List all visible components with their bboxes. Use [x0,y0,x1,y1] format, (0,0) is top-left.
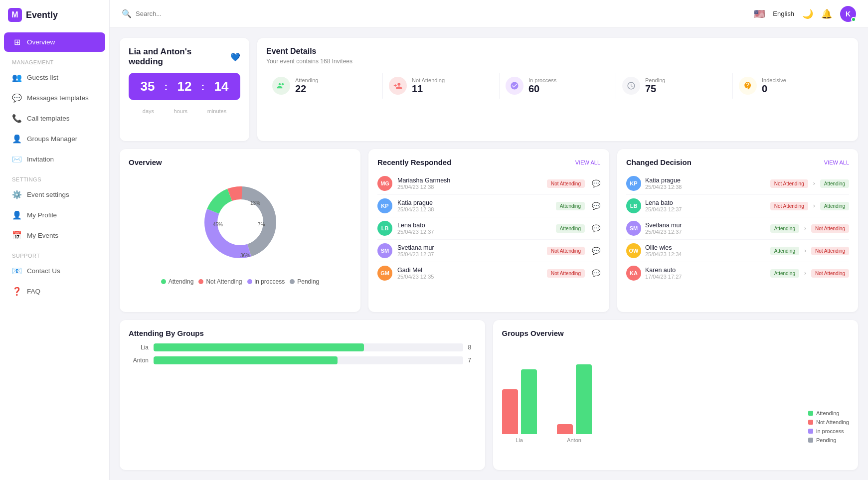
logo-icon: M [8,8,22,22]
countdown-timer: 35 : 12 : 14 [129,73,240,100]
changed-decision-title: Changed Decision [626,158,692,166]
messages-icon: 💬 [12,93,22,103]
logo-area: M Evently [0,8,109,32]
from-badge: Attending [770,224,799,233]
legend-item: Not Attending [808,419,849,425]
from-badge: Not Attending [770,179,808,188]
list-item: LB Lena bato 25/04/23 12:37 Not Attendin… [626,195,849,217]
message-icon[interactable]: 💬 [592,247,600,255]
bell-icon[interactable]: 🔔 [821,8,832,19]
sidebar-item-call-templates[interactable]: 📞 Call templates [4,109,105,128]
sidebar-item-label: Call templates [27,115,70,122]
group-label: Anton [567,437,581,443]
message-icon[interactable]: 💬 [592,269,600,277]
resp-info: Mariasha Garmesh 25/04/23 12:38 [397,177,542,190]
list-item: MG Mariasha Garmesh 25/04/23 12:38 Not A… [377,172,600,195]
changed-decision-card: Changed Decision VIEW ALL KP Katia pragu… [617,149,858,312]
change-name: Katia prague [645,177,766,184]
status-badge: Attending [556,224,585,233]
change-name: Svetlana mur [645,222,766,229]
from-badge: Attending [770,269,799,278]
recently-responded-view-all[interactable]: VIEW ALL [575,160,600,165]
legend-item: in proccess [808,428,849,434]
countdown-hours: 12 [177,79,192,94]
moon-icon[interactable]: 🌙 [802,8,813,19]
heart-icon: 💙 [230,52,240,62]
sidebar-item-label: Contact Us [27,267,60,275]
group-bar [521,369,537,434]
event-details-title: Event Details [266,47,849,56]
recently-responded-title: Recently Responded [377,158,451,166]
avatar[interactable]: K [840,6,856,22]
not-attending-label: Not Attending [412,77,445,83]
sidebar-item-label: FAQ [27,288,40,295]
sidebar-item-overview[interactable]: ⊞ Overview [4,32,105,52]
legend-attending: Attending [161,278,194,285]
attending-by-groups-card: Attending By Groups Lia 8 Anton 7 [120,320,485,470]
message-icon[interactable]: 💬 [592,179,600,187]
sidebar-item-event-settings[interactable]: ⚙️ Event settings [4,185,105,204]
attending-value: 22 [295,83,318,95]
profile-icon: 👤 [12,210,22,220]
app-name: Evently [26,10,58,20]
message-icon[interactable]: 💬 [592,224,600,232]
sidebar-item-faq[interactable]: ❓ FAQ [4,282,105,301]
legend-item: Pending [808,437,849,443]
status-badge: Not Attending [547,269,585,278]
group-bars: Lia [502,369,537,443]
bar-count: 8 [468,344,476,351]
resp-avatar: SM [377,243,392,258]
changed-decision-view-all[interactable]: VIEW ALL [824,160,849,165]
event-details-subtitle: Your event contains 168 Invitees [266,58,849,65]
from-badge: Not Attending [770,202,808,210]
legend-label: in proccess [816,428,844,434]
change-date: 25/04/23 12:38 [645,184,766,190]
change-name: Lena bato [645,199,766,206]
countdown-labels: days hours minutes [129,108,240,114]
group-bar [557,424,573,434]
change-avatar: KP [626,176,641,191]
change-info: Karen auto 17/04/23 17:27 [645,267,766,280]
groups-overview-legend: AttendingNot Attendingin proccessPending [800,410,849,443]
sidebar-item-label: Messages templates [27,94,89,102]
call-icon: 📞 [12,114,22,123]
overview-icon: ⊞ [12,37,22,47]
legend-not-attending: Not Attending [198,278,242,285]
list-item: LB Lena bato 25/04/23 12:37 Attending 💬 [377,217,600,240]
sidebar-item-my-profile[interactable]: 👤 My Profile [4,205,105,225]
legend-label: Not Attending [816,419,849,425]
message-icon[interactable]: 💬 [592,202,600,210]
sidebar-item-label: Guests list [27,74,58,81]
sidebar-item-guests-list[interactable]: 👥 Guests list [4,68,105,87]
overview-card: Overview [120,149,360,312]
arrow-icon: › [804,270,806,277]
change-avatar: SM [626,221,641,236]
status-badge: Not Attending [547,179,585,188]
search-input[interactable] [136,10,219,17]
group-bar-pair [557,364,592,434]
change-info: Katia prague 25/04/23 12:38 [645,177,766,190]
sidebar-item-groups-manager[interactable]: 👤 Groups Manager [4,129,105,149]
list-item: OW Ollie wies 25/04/23 12:34 Attending ›… [626,240,849,262]
not-attending-value: 11 [412,83,445,95]
days-label: days [143,108,154,114]
indecisive-label: Indecisive [762,77,786,83]
resp-avatar: MG [377,176,392,191]
group-bar-pair [502,369,537,434]
groups-overview-title: Groups Overview [502,329,850,337]
sidebar-item-invitation[interactable]: ✉️ Invitation [4,150,105,169]
sidebar-item-my-events[interactable]: 📅 My Events [4,226,105,245]
legend-label: Pending [816,437,836,443]
list-item: KP Katia prague 25/04/23 12:38 Attending… [377,195,600,217]
sidebar-item-contact-us[interactable]: 📧 Contact Us [4,261,105,281]
group-label: Lia [516,437,523,443]
change-date: 25/04/23 12:37 [645,229,766,235]
resp-info: Svetlana mur 25/04/23 12:37 [397,244,542,257]
pending-value: 75 [645,83,665,95]
to-badge: Attending [820,202,849,210]
sidebar-item-messages-templates[interactable]: 💬 Messages templates [4,88,105,108]
legend-pending-dot [290,279,295,284]
stats-row: Attending 22 Not Attending 11 [266,73,849,99]
hours-label: hours [174,108,188,114]
in-process-icon [506,77,523,95]
